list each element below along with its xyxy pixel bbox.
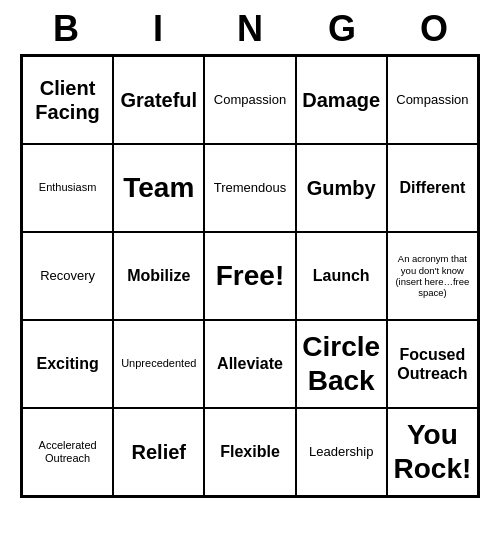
cell-r4-c2: Flexible <box>204 408 295 496</box>
cell-r1-c3: Gumby <box>296 144 387 232</box>
cell-r4-c0: Accelerated Outreach <box>22 408 113 496</box>
letter-g: G <box>302 8 382 50</box>
cell-r3-c3: Circle Back <box>296 320 387 408</box>
letter-n: N <box>210 8 290 50</box>
cell-r3-c0: Exciting <box>22 320 113 408</box>
cell-r2-c1: Mobilize <box>113 232 204 320</box>
letter-b: B <box>26 8 106 50</box>
cell-r0-c0: Client Facing <box>22 56 113 144</box>
cell-r2-c2: Free! <box>204 232 295 320</box>
cell-r3-c1: Unprecedented <box>113 320 204 408</box>
cell-r4-c3: Leadership <box>296 408 387 496</box>
cell-r2-c3: Launch <box>296 232 387 320</box>
bingo-title: B I N G O <box>20 0 480 54</box>
cell-r1-c4: Different <box>387 144 478 232</box>
cell-r3-c4: Focused Outreach <box>387 320 478 408</box>
cell-r0-c1: Grateful <box>113 56 204 144</box>
cell-r0-c2: Compassion <box>204 56 295 144</box>
cell-r4-c4: You Rock! <box>387 408 478 496</box>
cell-r0-c3: Damage <box>296 56 387 144</box>
cell-r2-c4: An acronym that you don't know (insert h… <box>387 232 478 320</box>
cell-r2-c0: Recovery <box>22 232 113 320</box>
cell-r0-c4: Compassion <box>387 56 478 144</box>
letter-o: O <box>394 8 474 50</box>
cell-r1-c1: Team <box>113 144 204 232</box>
bingo-grid: Client FacingGratefulCompassionDamageCom… <box>20 54 480 498</box>
cell-r3-c2: Alleviate <box>204 320 295 408</box>
letter-i: I <box>118 8 198 50</box>
cell-r1-c0: Enthusiasm <box>22 144 113 232</box>
cell-r4-c1: Relief <box>113 408 204 496</box>
cell-r1-c2: Tremendous <box>204 144 295 232</box>
